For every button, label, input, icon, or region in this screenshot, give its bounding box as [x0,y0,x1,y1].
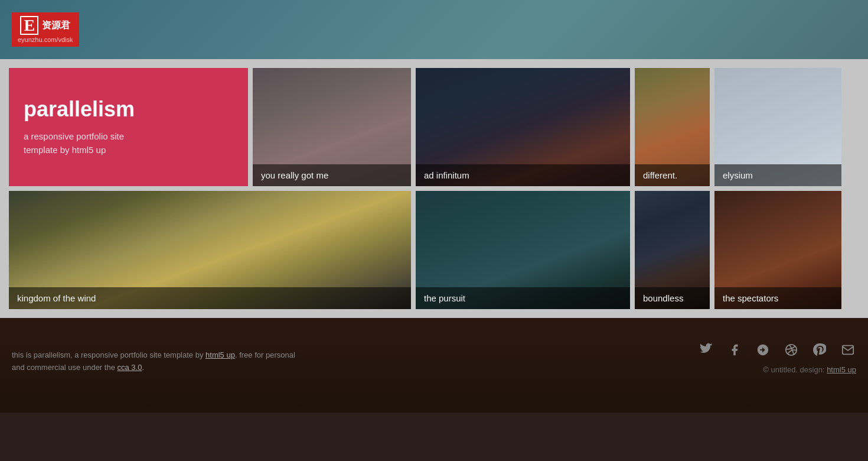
footer-text-after-link1: . free for personal [235,350,295,359]
footer-cca-link[interactable]: cca 3.0 [117,363,142,372]
logo-top: E 资源君 [20,16,70,35]
tile-elysium-label: elysium [714,164,841,186]
twitter-icon[interactable] [698,342,714,358]
tile-ad-infinitum[interactable]: ad infinitum [416,68,630,186]
googleplus-icon[interactable] [755,342,771,358]
footer: this is parallelism, a responsive portfo… [0,318,868,413]
tile-elysium[interactable]: elysium [714,68,841,186]
footer-html5up-link1[interactable]: html5 up [205,350,235,359]
tile-boundless-label: boundless [635,287,710,309]
tile-pursuit-label: the pursuit [416,287,630,309]
footer-right: © untitled. design: html5 up [698,342,856,374]
tile-kingdom-of-the-wind[interactable]: kingdom of the wind [9,191,411,309]
hero-tile: parallelism a responsive portfolio site … [9,68,248,186]
tile-boundless[interactable]: boundless [635,191,710,309]
footer-inner: this is parallelism, a responsive portfo… [12,342,856,374]
hero-subtitle-line2: template by html5 up [24,145,106,155]
email-icon[interactable] [840,342,856,358]
copyright: © untitled. design: html5 up [763,365,856,374]
footer-text-line2-before: and commercial use under the [12,363,117,372]
tile-you-really-label: you really got me [253,164,411,186]
hero-subtitle-line1: a responsive portfolio site [24,131,124,141]
copyright-html5up-link[interactable]: html5 up [827,365,856,374]
logo[interactable]: E 资源君 eyunzhu.com/vdisk [12,12,79,47]
tile-you-really-got-me[interactable]: you really got me [253,68,411,186]
grid-wrapper: parallelism a responsive portfolio site … [9,68,859,309]
tile-different-label: different. [635,164,710,186]
footer-left: this is parallelism, a responsive portfo… [12,349,295,374]
tile-ad-infinitum-label: ad infinitum [416,164,630,186]
social-icons [698,342,856,358]
tile-kingdom-label: kingdom of the wind [9,287,411,309]
tile-spectators-label: the spectators [714,287,841,309]
logo-e-letter: E [20,16,38,35]
footer-description: this is parallelism, a responsive portfo… [12,349,295,374]
hero-subtitle: a responsive portfolio site template by … [24,130,233,157]
logo-url: eyunzhu.com/vdisk [18,36,73,43]
portfolio-grid: parallelism a responsive portfolio site … [0,59,868,318]
tile-the-spectators[interactable]: the spectators [714,191,841,309]
logo-brand-name: 资源君 [42,20,70,32]
footer-text-before-link1: this is parallelism, a responsive portfo… [12,350,205,359]
header: E 资源君 eyunzhu.com/vdisk [0,0,868,59]
dribbble-icon[interactable] [783,342,800,358]
hero-title: parallelism [24,98,233,121]
facebook-icon[interactable] [726,342,743,358]
copyright-text: © untitled. design: [763,365,827,374]
footer-text-line2-after: . [142,363,144,372]
tile-different[interactable]: different. [635,68,710,186]
tile-the-pursuit[interactable]: the pursuit [416,191,630,309]
pinterest-icon[interactable] [811,342,828,358]
